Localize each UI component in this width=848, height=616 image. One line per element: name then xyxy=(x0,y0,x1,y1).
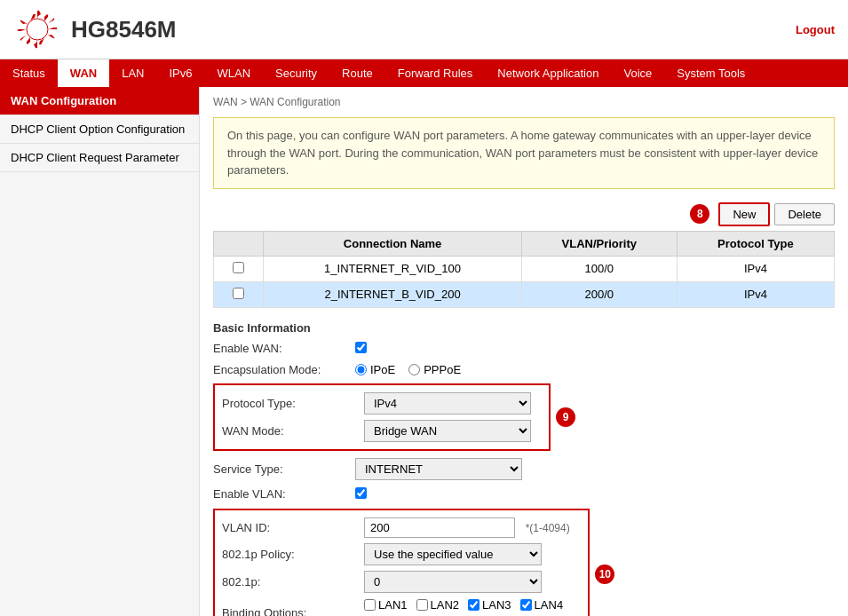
enable-vlan-label: Enable VLAN: xyxy=(213,487,355,501)
ipoe-radio[interactable] xyxy=(355,364,367,375)
logout-area: Logout xyxy=(796,23,835,36)
header: HG8546M Logout xyxy=(0,0,848,59)
binding-options-label: Binding Options: xyxy=(222,606,364,616)
vlan-id-label: VLAN ID: xyxy=(222,521,364,534)
nav-forward-rules[interactable]: Forward Rules xyxy=(385,59,486,87)
sidebar-item-dhcp-request[interactable]: DHCP Client Request Parameter xyxy=(0,144,199,172)
enable-vlan-checkbox[interactable] xyxy=(355,487,367,499)
policy-8021p-row: 802.1p Policy: Use the specified value U… xyxy=(222,543,581,565)
col-vlan: VLAN/Priority xyxy=(521,231,677,256)
nav-system-tools[interactable]: System Tools xyxy=(664,59,757,87)
wan-mode-row: WAN Mode: Bridge WAN Route WAN xyxy=(222,420,542,442)
nav-voice[interactable]: Voice xyxy=(611,59,664,87)
lan4-checkbox[interactable] xyxy=(520,599,532,611)
value-8021p-select[interactable]: 0 123 4567 xyxy=(364,571,542,593)
col-checkbox xyxy=(214,231,264,256)
policy-8021p-label: 802.1p Policy: xyxy=(222,548,364,561)
lan1-option[interactable]: LAN1 xyxy=(364,598,408,612)
service-type-select[interactable]: INTERNET xyxy=(355,458,522,480)
sidebar-item-wan-config[interactable]: WAN Configuration xyxy=(0,87,199,115)
nav-status[interactable]: Status xyxy=(0,59,58,87)
binding-lan-group: LAN1 LAN2 LAN3 LAN4 xyxy=(364,598,581,612)
policy-8021p-select[interactable]: Use the specified value Use the priority… xyxy=(364,543,542,565)
vlan-id-row: VLAN ID: *(1-4094) xyxy=(222,517,581,538)
nav-lan[interactable]: LAN xyxy=(109,59,156,87)
row2-name: 2_INTERNET_B_VID_200 xyxy=(264,281,521,307)
new-button[interactable]: New xyxy=(718,202,770,226)
wan-mode-select[interactable]: Bridge WAN Route WAN xyxy=(364,420,531,442)
sidebar: WAN Configuration DHCP Client Option Con… xyxy=(0,87,200,616)
nav-bar: Status WAN LAN IPv6 WLAN Security Route … xyxy=(0,59,848,87)
service-type-label: Service Type: xyxy=(213,462,355,476)
col-connection-name: Connection Name xyxy=(264,231,521,256)
row1-vlan: 100/0 xyxy=(521,256,677,281)
table-actions: 8 New Delete xyxy=(213,202,835,226)
info-box: On this page, you can configure WAN port… xyxy=(213,117,835,189)
encapsulation-label: Encapsulation Mode: xyxy=(213,363,355,376)
row1-protocol: IPv4 xyxy=(677,256,834,281)
pppoe-option[interactable]: PPPoE xyxy=(408,363,461,376)
info-text: On this page, you can configure WAN port… xyxy=(227,129,818,177)
lan3-checkbox[interactable] xyxy=(468,599,479,611)
protocol-type-label: Protocol Type: xyxy=(222,397,364,410)
lan3-option[interactable]: LAN3 xyxy=(468,598,511,612)
wan-mode-label: WAN Mode: xyxy=(222,424,364,438)
lan4-option[interactable]: LAN4 xyxy=(520,598,564,612)
ipoe-option[interactable]: IPoE xyxy=(355,363,395,376)
value-8021p-row: 802.1p: 0 123 4567 xyxy=(222,571,581,593)
breadcrumb: WAN > WAN Configuration xyxy=(213,96,835,108)
row1-checkbox[interactable] xyxy=(233,262,244,273)
vlan-id-input[interactable] xyxy=(364,517,515,538)
logo-area: HG8546M xyxy=(13,7,177,51)
lan2-option[interactable]: LAN2 xyxy=(416,598,460,612)
row2-vlan: 200/0 xyxy=(521,281,677,307)
huawei-logo xyxy=(13,7,62,51)
model-name: HG8546M xyxy=(71,16,177,43)
lan2-checkbox[interactable] xyxy=(416,599,428,611)
main-layout: WAN Configuration DHCP Client Option Con… xyxy=(0,87,848,616)
nav-wan[interactable]: WAN xyxy=(58,59,109,87)
row1-name: 1_INTERNET_R_VID_100 xyxy=(264,256,521,281)
enable-vlan-row: Enable VLAN: xyxy=(213,487,835,501)
basic-info-title: Basic Information xyxy=(213,321,835,335)
service-type-row: Service Type: INTERNET xyxy=(213,458,835,480)
value-8021p-label: 802.1p: xyxy=(222,575,364,588)
protocol-type-row: Protocol Type: IPv4 xyxy=(222,392,542,415)
lan1-checkbox[interactable] xyxy=(364,599,376,611)
enable-wan-row: Enable WAN: xyxy=(213,342,835,356)
row2-protocol: IPv4 xyxy=(677,281,834,307)
nav-route[interactable]: Route xyxy=(329,59,385,87)
table-row: 2_INTERNET_B_VID_200 200/0 IPv4 xyxy=(214,281,835,307)
content-area: WAN > WAN Configuration On this page, yo… xyxy=(200,87,848,616)
annotation-9: 9 xyxy=(556,407,575,427)
col-protocol: Protocol Type xyxy=(677,231,834,256)
annotation-8: 8 xyxy=(690,204,709,224)
enable-wan-checkbox[interactable] xyxy=(355,342,367,353)
vlan-id-hint: *(1-4094) xyxy=(526,522,570,534)
nav-security[interactable]: Security xyxy=(263,59,329,87)
sidebar-item-dhcp-option[interactable]: DHCP Client Option Configuration xyxy=(0,115,199,144)
binding-options-row: Binding Options: LAN1 LAN2 LAN3 LAN4 SSI… xyxy=(222,598,581,617)
delete-button[interactable]: Delete xyxy=(774,203,835,225)
table-row: 1_INTERNET_R_VID_100 100/0 IPv4 xyxy=(214,256,835,281)
wan-table: Connection Name VLAN/Priority Protocol T… xyxy=(213,231,835,308)
encapsulation-row: Encapsulation Mode: IPoE PPPoE xyxy=(213,363,835,376)
nav-network-application[interactable]: Network Application xyxy=(485,59,611,87)
svg-point-0 xyxy=(27,19,48,40)
pppoe-radio[interactable] xyxy=(408,364,420,375)
row2-checkbox[interactable] xyxy=(233,288,244,299)
nav-wlan[interactable]: WLAN xyxy=(205,59,264,87)
protocol-type-select[interactable]: IPv4 xyxy=(364,392,531,415)
nav-ipv6[interactable]: IPv6 xyxy=(157,59,205,87)
annotation-10: 10 xyxy=(595,565,614,584)
logout-button[interactable]: Logout xyxy=(796,23,835,36)
enable-wan-label: Enable WAN: xyxy=(213,342,355,355)
